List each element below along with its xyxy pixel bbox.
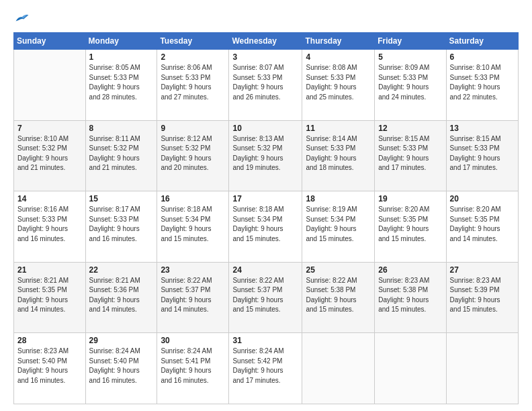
day-info-text: Sunrise: 8:15 AMSunset: 5:33 PMDaylight:… xyxy=(450,134,515,173)
day-info-text: Sunrise: 8:06 AMSunset: 5:33 PMDaylight:… xyxy=(161,63,225,102)
weekday-header-saturday: Saturday xyxy=(446,33,518,50)
calendar-cell: 3Sunrise: 8:07 AMSunset: 5:33 PMDaylight… xyxy=(229,50,302,121)
day-info-text: Sunrise: 8:18 AMSunset: 5:34 PMDaylight:… xyxy=(232,205,298,244)
day-number: 30 xyxy=(161,336,225,345)
day-number: 4 xyxy=(306,52,371,62)
weekday-header-row: SundayMondayTuesdayWednesdayThursdayFrid… xyxy=(14,33,519,50)
day-number: 20 xyxy=(450,194,515,203)
day-number: 16 xyxy=(161,194,225,203)
calendar-cell: 29Sunrise: 8:24 AMSunset: 5:40 PMDayligh… xyxy=(85,333,157,404)
calendar-cell: 22Sunrise: 8:21 AMSunset: 5:36 PMDayligh… xyxy=(85,262,157,333)
calendar-cell: 23Sunrise: 8:22 AMSunset: 5:37 PMDayligh… xyxy=(157,262,229,333)
day-number: 6 xyxy=(450,52,515,62)
calendar-cell: 28Sunrise: 8:23 AMSunset: 5:40 PMDayligh… xyxy=(14,333,86,404)
day-info-text: Sunrise: 8:23 AMSunset: 5:38 PMDaylight:… xyxy=(378,276,442,315)
day-number: 1 xyxy=(89,52,154,62)
day-info-text: Sunrise: 8:16 AMSunset: 5:33 PMDaylight:… xyxy=(17,205,82,244)
day-info-text: Sunrise: 8:13 AMSunset: 5:32 PMDaylight:… xyxy=(232,134,298,173)
day-info-text: Sunrise: 8:19 AMSunset: 5:34 PMDaylight:… xyxy=(306,205,371,244)
day-number: 29 xyxy=(89,336,154,345)
calendar-cell: 5Sunrise: 8:09 AMSunset: 5:33 PMDaylight… xyxy=(375,50,446,121)
weekday-header-friday: Friday xyxy=(375,33,446,50)
calendar-cell: 27Sunrise: 8:23 AMSunset: 5:39 PMDayligh… xyxy=(446,262,518,333)
day-number: 31 xyxy=(232,336,298,345)
calendar-cell: 17Sunrise: 8:18 AMSunset: 5:34 PMDayligh… xyxy=(229,191,302,263)
day-info-text: Sunrise: 8:20 AMSunset: 5:35 PMDaylight:… xyxy=(378,205,442,244)
day-number: 19 xyxy=(378,194,442,203)
day-info-text: Sunrise: 8:17 AMSunset: 5:33 PMDaylight:… xyxy=(89,205,154,244)
calendar-cell: 4Sunrise: 8:08 AMSunset: 5:33 PMDaylight… xyxy=(302,50,375,121)
calendar-cell: 24Sunrise: 8:22 AMSunset: 5:37 PMDayligh… xyxy=(229,262,302,333)
day-number: 12 xyxy=(378,124,442,133)
day-info-text: Sunrise: 8:18 AMSunset: 5:34 PMDaylight:… xyxy=(161,205,225,244)
day-number: 10 xyxy=(232,124,298,133)
calendar-cell: 19Sunrise: 8:20 AMSunset: 5:35 PMDayligh… xyxy=(375,191,446,263)
calendar-cell: 7Sunrise: 8:10 AMSunset: 5:32 PMDaylight… xyxy=(14,120,86,191)
calendar-week-row: 28Sunrise: 8:23 AMSunset: 5:40 PMDayligh… xyxy=(14,333,519,404)
day-info-text: Sunrise: 8:22 AMSunset: 5:38 PMDaylight:… xyxy=(306,276,371,315)
day-info-text: Sunrise: 8:22 AMSunset: 5:37 PMDaylight:… xyxy=(161,276,225,315)
calendar-week-row: 1Sunrise: 8:05 AMSunset: 5:33 PMDaylight… xyxy=(14,50,519,121)
calendar-cell: 18Sunrise: 8:19 AMSunset: 5:34 PMDayligh… xyxy=(302,191,375,263)
calendar-week-row: 14Sunrise: 8:16 AMSunset: 5:33 PMDayligh… xyxy=(14,191,519,263)
day-info-text: Sunrise: 8:09 AMSunset: 5:33 PMDaylight:… xyxy=(378,63,442,102)
calendar-cell: 16Sunrise: 8:18 AMSunset: 5:34 PMDayligh… xyxy=(157,191,229,263)
day-info-text: Sunrise: 8:23 AMSunset: 5:39 PMDaylight:… xyxy=(450,276,515,315)
day-info-text: Sunrise: 8:11 AMSunset: 5:32 PMDaylight:… xyxy=(89,134,154,173)
day-info-text: Sunrise: 8:08 AMSunset: 5:33 PMDaylight:… xyxy=(306,63,371,102)
calendar-week-row: 7Sunrise: 8:10 AMSunset: 5:32 PMDaylight… xyxy=(14,120,519,191)
day-number: 17 xyxy=(232,194,298,203)
day-info-text: Sunrise: 8:15 AMSunset: 5:33 PMDaylight:… xyxy=(378,134,442,173)
weekday-header-tuesday: Tuesday xyxy=(157,33,229,50)
day-number: 2 xyxy=(161,52,225,62)
page: SundayMondayTuesdayWednesdayThursdayFrid… xyxy=(0,0,532,411)
day-info-text: Sunrise: 8:14 AMSunset: 5:33 PMDaylight:… xyxy=(306,134,371,173)
weekday-header-thursday: Thursday xyxy=(302,33,375,50)
calendar-cell: 12Sunrise: 8:15 AMSunset: 5:33 PMDayligh… xyxy=(375,120,446,191)
logo xyxy=(13,12,30,24)
calendar-cell: 30Sunrise: 8:24 AMSunset: 5:41 PMDayligh… xyxy=(157,333,229,404)
day-number: 23 xyxy=(161,265,225,275)
day-number: 18 xyxy=(306,194,371,203)
day-number: 14 xyxy=(17,194,82,203)
day-number: 15 xyxy=(89,194,154,203)
day-number: 7 xyxy=(17,124,82,133)
header xyxy=(13,12,519,24)
day-info-text: Sunrise: 8:05 AMSunset: 5:33 PMDaylight:… xyxy=(89,63,154,102)
calendar-week-row: 21Sunrise: 8:21 AMSunset: 5:35 PMDayligh… xyxy=(14,262,519,333)
calendar-cell: 10Sunrise: 8:13 AMSunset: 5:32 PMDayligh… xyxy=(229,120,302,191)
calendar-cell: 26Sunrise: 8:23 AMSunset: 5:38 PMDayligh… xyxy=(375,262,446,333)
day-number: 5 xyxy=(378,52,442,62)
calendar-cell: 9Sunrise: 8:12 AMSunset: 5:32 PMDaylight… xyxy=(157,120,229,191)
day-info-text: Sunrise: 8:24 AMSunset: 5:40 PMDaylight:… xyxy=(89,347,154,385)
calendar-cell: 13Sunrise: 8:15 AMSunset: 5:33 PMDayligh… xyxy=(446,120,518,191)
day-info-text: Sunrise: 8:20 AMSunset: 5:35 PMDaylight:… xyxy=(450,205,515,244)
calendar-cell xyxy=(446,333,518,404)
day-info-text: Sunrise: 8:21 AMSunset: 5:35 PMDaylight:… xyxy=(17,276,82,315)
day-number: 27 xyxy=(450,265,515,275)
day-info-text: Sunrise: 8:21 AMSunset: 5:36 PMDaylight:… xyxy=(89,276,154,315)
day-number: 3 xyxy=(232,52,298,62)
calendar-cell: 6Sunrise: 8:10 AMSunset: 5:33 PMDaylight… xyxy=(446,50,518,121)
day-info-text: Sunrise: 8:10 AMSunset: 5:32 PMDaylight:… xyxy=(17,134,82,173)
calendar-cell: 15Sunrise: 8:17 AMSunset: 5:33 PMDayligh… xyxy=(85,191,157,263)
day-number: 25 xyxy=(306,265,371,275)
weekday-header-wednesday: Wednesday xyxy=(229,33,302,50)
day-info-text: Sunrise: 8:10 AMSunset: 5:33 PMDaylight:… xyxy=(450,63,515,102)
weekday-header-sunday: Sunday xyxy=(14,33,86,50)
weekday-header-monday: Monday xyxy=(85,33,157,50)
calendar-cell xyxy=(14,50,86,121)
calendar-cell: 20Sunrise: 8:20 AMSunset: 5:35 PMDayligh… xyxy=(446,191,518,263)
day-info-text: Sunrise: 8:22 AMSunset: 5:37 PMDaylight:… xyxy=(232,276,298,315)
calendar-cell: 11Sunrise: 8:14 AMSunset: 5:33 PMDayligh… xyxy=(302,120,375,191)
calendar-cell: 14Sunrise: 8:16 AMSunset: 5:33 PMDayligh… xyxy=(14,191,86,263)
day-number: 13 xyxy=(450,124,515,133)
day-info-text: Sunrise: 8:24 AMSunset: 5:41 PMDaylight:… xyxy=(161,347,225,385)
calendar-table: SundayMondayTuesdayWednesdayThursdayFrid… xyxy=(13,32,519,404)
day-number: 26 xyxy=(378,265,442,275)
calendar-cell: 1Sunrise: 8:05 AMSunset: 5:33 PMDaylight… xyxy=(85,50,157,121)
day-info-text: Sunrise: 8:23 AMSunset: 5:40 PMDaylight:… xyxy=(17,347,82,385)
day-number: 11 xyxy=(306,124,371,133)
calendar-cell: 21Sunrise: 8:21 AMSunset: 5:35 PMDayligh… xyxy=(14,262,86,333)
calendar-cell: 31Sunrise: 8:24 AMSunset: 5:42 PMDayligh… xyxy=(229,333,302,404)
